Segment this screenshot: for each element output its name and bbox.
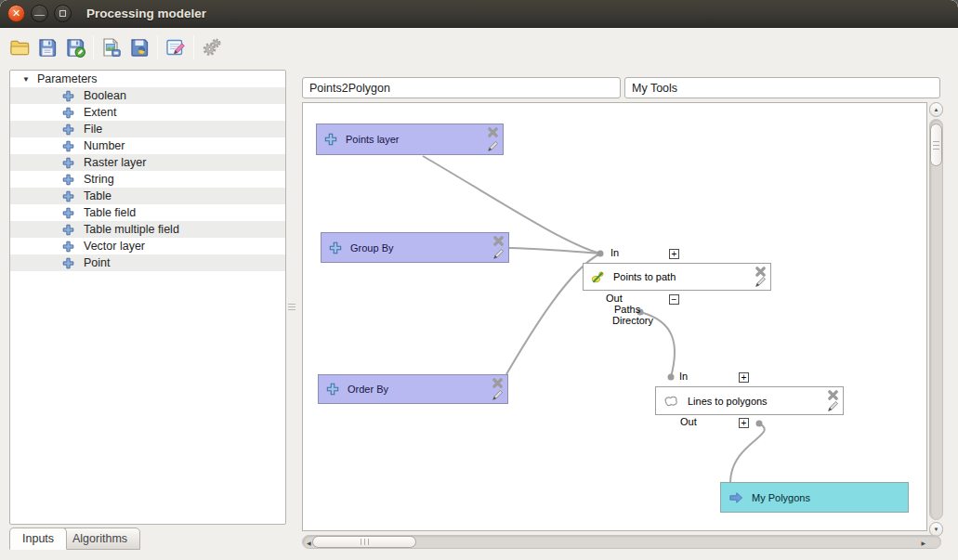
edit-node-icon[interactable] [827,400,839,412]
alg1-output-directory-label: Directory [612,315,653,326]
canvas-horizontal-scrollbar[interactable]: ◀ ▶ [302,535,941,549]
tree-item-label: File [84,123,102,136]
export-as-python-button[interactable] [125,33,153,61]
add-parameter-icon [62,224,74,236]
input-node-points-layer[interactable]: Points layer [316,124,504,155]
alg2-out-expander[interactable]: + [739,418,749,428]
plus-icon [324,133,337,146]
edit-node-icon[interactable] [492,389,504,401]
titlebar: ✕ — Processing modeler [0,0,958,28]
open-model-button[interactable] [6,33,33,61]
tree-item-number[interactable]: Number [10,137,285,154]
tree-item-table-field[interactable]: Table field [10,204,285,221]
tab-inputs[interactable]: Inputs [9,527,67,550]
tree-item-label: Vector layer [84,240,145,253]
model-group-input[interactable] [624,77,940,98]
inputs-tree-panel: ▼ Parameters Boolean Extent File Number … [9,70,286,525]
tree-root-label: Parameters [37,72,98,85]
alg1-out-label: Out [606,293,623,304]
folder-open-icon [8,36,31,59]
alg2-in-expander[interactable]: + [739,372,749,383]
add-parameter-icon [62,124,74,136]
tree-item-label: String [84,173,114,186]
tree-item-raster-layer[interactable]: Raster layer [10,154,285,171]
node-label: Points layer [346,134,399,145]
tab-algorithms[interactable]: Algorithms [59,527,140,550]
toolbar-separator [157,35,158,59]
alg1-output-paths-label: Paths [614,304,640,315]
tree-item-boolean[interactable]: Boolean [10,87,285,104]
toolbar-separator [93,35,94,59]
tree-item-point[interactable]: Point [10,254,285,271]
edit-model-help-button[interactable] [162,33,190,61]
tree-item-table-multiple-field[interactable]: Table multiple field [10,221,285,238]
splitter-handle[interactable] [288,302,295,312]
export-image-icon [100,36,123,59]
algorithm-node-points-to-path[interactable]: Points to path [583,263,771,291]
tree-item-table[interactable]: Table [10,188,285,204]
tab-inputs-label: Inputs [22,532,54,545]
add-parameter-icon [62,241,74,253]
scroll-up-button[interactable]: ▲ [929,102,943,117]
model-name-input[interactable] [302,77,621,98]
tab-algorithms-label: Algorithms [72,532,127,545]
alg1-out-expander[interactable]: − [669,294,679,305]
edit-node-icon[interactable] [492,248,505,260]
tree-item-extent[interactable]: Extent [10,104,285,121]
save-model-as-button[interactable] [61,33,89,61]
input-node-order-by[interactable]: Order By [318,374,508,404]
edit-help-icon [164,36,187,59]
export-python-icon [128,36,151,59]
vertical-scroll-thumb[interactable] [930,124,942,166]
vertical-scroll-track[interactable] [929,119,943,520]
add-parameter-icon [62,257,74,269]
alg1-in-label: In [610,247,619,258]
tree-item-label: Extent [84,106,116,119]
delete-node-icon[interactable] [492,235,505,247]
tree-item-label: Point [84,256,111,269]
collapse-triangle-icon[interactable]: ▼ [22,75,30,84]
lines-to-polygons-icon [663,395,679,408]
delete-node-icon[interactable] [492,377,504,389]
node-label: Lines to polygons [688,396,768,407]
horizontal-scroll-thumb[interactable] [312,536,416,548]
delete-node-icon[interactable] [487,126,499,138]
maximize-button[interactable] [54,5,72,22]
save-icon [36,36,59,59]
edit-node-icon[interactable] [755,276,767,288]
tree-root-parameters[interactable]: ▼ Parameters [10,71,285,87]
add-parameter-icon [62,190,74,202]
model-canvas[interactable]: Points layer Group By Order By In + Poin… [302,102,927,531]
input-node-group-by[interactable]: Group By [321,232,509,263]
add-parameter-icon [62,174,74,186]
minimize-button[interactable]: — [31,5,48,22]
tree-item-label: Table [84,189,112,202]
run-model-button[interactable] [198,33,226,61]
scroll-left-button[interactable]: ◀ [307,540,311,546]
export-as-image-button[interactable] [98,33,125,61]
add-parameter-icon [62,157,74,169]
add-parameter-icon [62,140,74,152]
toolbar [6,31,226,64]
save-model-button[interactable] [33,33,61,61]
add-parameter-icon [62,90,74,102]
wire-linestopolygons-to-mypolygons [730,423,765,482]
algorithm-node-lines-to-polygons[interactable]: Lines to polygons [655,386,844,415]
close-button[interactable]: ✕ [7,5,25,22]
node-label: Group By [350,242,393,254]
tree-item-file[interactable]: File [10,121,285,137]
tree-item-string[interactable]: String [10,171,285,188]
scroll-right-button[interactable]: ▶ [921,540,925,546]
alg1-in-expander[interactable]: + [669,249,679,259]
node-label: Points to path [613,271,676,282]
edit-node-icon[interactable] [487,140,499,152]
output-arrow-icon [728,491,743,504]
tree-item-label: Number [84,139,125,152]
window-title: Processing modeler [86,7,206,20]
tree-item-vector-layer[interactable]: Vector layer [10,238,285,254]
node-label: Order By [348,384,388,395]
tree-item-label: Table multiple field [84,223,179,236]
canvas-vertical-scrollbar[interactable]: ▲ ▼ [929,102,943,537]
add-parameter-icon [62,207,74,219]
output-node-my-polygons[interactable]: My Polygons [720,482,909,513]
